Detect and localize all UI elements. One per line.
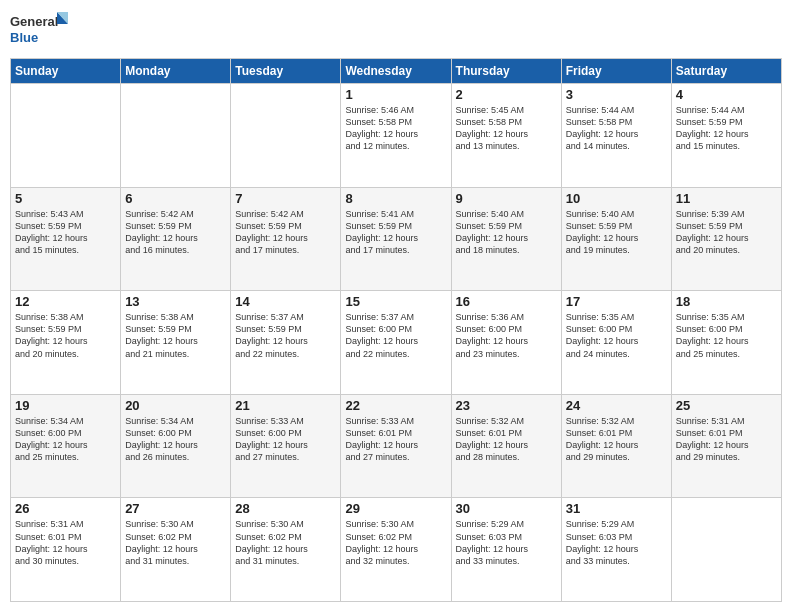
calendar-cell: 2Sunrise: 5:45 AM Sunset: 5:58 PM Daylig… bbox=[451, 84, 561, 188]
day-info: Sunrise: 5:30 AM Sunset: 6:02 PM Dayligh… bbox=[235, 518, 336, 567]
calendar-cell: 6Sunrise: 5:42 AM Sunset: 5:59 PM Daylig… bbox=[121, 187, 231, 291]
weekday-header-wednesday: Wednesday bbox=[341, 59, 451, 84]
calendar-cell bbox=[11, 84, 121, 188]
day-number: 7 bbox=[235, 191, 336, 206]
calendar-cell: 20Sunrise: 5:34 AM Sunset: 6:00 PM Dayli… bbox=[121, 394, 231, 498]
calendar-week-5: 26Sunrise: 5:31 AM Sunset: 6:01 PM Dayli… bbox=[11, 498, 782, 602]
day-info: Sunrise: 5:34 AM Sunset: 6:00 PM Dayligh… bbox=[125, 415, 226, 464]
logo: General Blue bbox=[10, 10, 70, 50]
day-info: Sunrise: 5:45 AM Sunset: 5:58 PM Dayligh… bbox=[456, 104, 557, 153]
day-info: Sunrise: 5:35 AM Sunset: 6:00 PM Dayligh… bbox=[676, 311, 777, 360]
page: General Blue SundayMondayTuesdayWednesda… bbox=[0, 0, 792, 612]
day-info: Sunrise: 5:32 AM Sunset: 6:01 PM Dayligh… bbox=[456, 415, 557, 464]
calendar-table: SundayMondayTuesdayWednesdayThursdayFrid… bbox=[10, 58, 782, 602]
day-number: 14 bbox=[235, 294, 336, 309]
header: General Blue bbox=[10, 10, 782, 50]
day-number: 30 bbox=[456, 501, 557, 516]
day-info: Sunrise: 5:44 AM Sunset: 5:58 PM Dayligh… bbox=[566, 104, 667, 153]
weekday-header-monday: Monday bbox=[121, 59, 231, 84]
weekday-header-friday: Friday bbox=[561, 59, 671, 84]
day-number: 6 bbox=[125, 191, 226, 206]
calendar-cell: 7Sunrise: 5:42 AM Sunset: 5:59 PM Daylig… bbox=[231, 187, 341, 291]
calendar-cell: 9Sunrise: 5:40 AM Sunset: 5:59 PM Daylig… bbox=[451, 187, 561, 291]
day-number: 4 bbox=[676, 87, 777, 102]
calendar-cell: 31Sunrise: 5:29 AM Sunset: 6:03 PM Dayli… bbox=[561, 498, 671, 602]
calendar-week-1: 1Sunrise: 5:46 AM Sunset: 5:58 PM Daylig… bbox=[11, 84, 782, 188]
day-info: Sunrise: 5:42 AM Sunset: 5:59 PM Dayligh… bbox=[125, 208, 226, 257]
day-number: 11 bbox=[676, 191, 777, 206]
day-number: 18 bbox=[676, 294, 777, 309]
day-info: Sunrise: 5:35 AM Sunset: 6:00 PM Dayligh… bbox=[566, 311, 667, 360]
calendar-cell bbox=[231, 84, 341, 188]
calendar-cell: 8Sunrise: 5:41 AM Sunset: 5:59 PM Daylig… bbox=[341, 187, 451, 291]
day-info: Sunrise: 5:44 AM Sunset: 5:59 PM Dayligh… bbox=[676, 104, 777, 153]
day-number: 2 bbox=[456, 87, 557, 102]
calendar-cell: 4Sunrise: 5:44 AM Sunset: 5:59 PM Daylig… bbox=[671, 84, 781, 188]
weekday-header-row: SundayMondayTuesdayWednesdayThursdayFrid… bbox=[11, 59, 782, 84]
day-info: Sunrise: 5:40 AM Sunset: 5:59 PM Dayligh… bbox=[456, 208, 557, 257]
day-number: 31 bbox=[566, 501, 667, 516]
day-number: 16 bbox=[456, 294, 557, 309]
day-info: Sunrise: 5:38 AM Sunset: 5:59 PM Dayligh… bbox=[125, 311, 226, 360]
day-info: Sunrise: 5:33 AM Sunset: 6:01 PM Dayligh… bbox=[345, 415, 446, 464]
calendar-week-3: 12Sunrise: 5:38 AM Sunset: 5:59 PM Dayli… bbox=[11, 291, 782, 395]
day-number: 25 bbox=[676, 398, 777, 413]
calendar-cell: 15Sunrise: 5:37 AM Sunset: 6:00 PM Dayli… bbox=[341, 291, 451, 395]
day-number: 9 bbox=[456, 191, 557, 206]
calendar-cell: 19Sunrise: 5:34 AM Sunset: 6:00 PM Dayli… bbox=[11, 394, 121, 498]
day-number: 27 bbox=[125, 501, 226, 516]
calendar-cell: 26Sunrise: 5:31 AM Sunset: 6:01 PM Dayli… bbox=[11, 498, 121, 602]
calendar-cell: 28Sunrise: 5:30 AM Sunset: 6:02 PM Dayli… bbox=[231, 498, 341, 602]
day-number: 21 bbox=[235, 398, 336, 413]
day-info: Sunrise: 5:39 AM Sunset: 5:59 PM Dayligh… bbox=[676, 208, 777, 257]
day-info: Sunrise: 5:42 AM Sunset: 5:59 PM Dayligh… bbox=[235, 208, 336, 257]
day-number: 1 bbox=[345, 87, 446, 102]
generalblue-logo: General Blue bbox=[10, 10, 70, 50]
calendar-cell: 22Sunrise: 5:33 AM Sunset: 6:01 PM Dayli… bbox=[341, 394, 451, 498]
day-info: Sunrise: 5:31 AM Sunset: 6:01 PM Dayligh… bbox=[676, 415, 777, 464]
calendar-cell bbox=[671, 498, 781, 602]
weekday-header-thursday: Thursday bbox=[451, 59, 561, 84]
day-info: Sunrise: 5:36 AM Sunset: 6:00 PM Dayligh… bbox=[456, 311, 557, 360]
day-number: 22 bbox=[345, 398, 446, 413]
day-info: Sunrise: 5:38 AM Sunset: 5:59 PM Dayligh… bbox=[15, 311, 116, 360]
calendar-cell bbox=[121, 84, 231, 188]
day-info: Sunrise: 5:30 AM Sunset: 6:02 PM Dayligh… bbox=[345, 518, 446, 567]
calendar-cell: 11Sunrise: 5:39 AM Sunset: 5:59 PM Dayli… bbox=[671, 187, 781, 291]
day-number: 5 bbox=[15, 191, 116, 206]
day-number: 13 bbox=[125, 294, 226, 309]
day-number: 17 bbox=[566, 294, 667, 309]
calendar-cell: 16Sunrise: 5:36 AM Sunset: 6:00 PM Dayli… bbox=[451, 291, 561, 395]
day-number: 23 bbox=[456, 398, 557, 413]
calendar-cell: 17Sunrise: 5:35 AM Sunset: 6:00 PM Dayli… bbox=[561, 291, 671, 395]
calendar-cell: 30Sunrise: 5:29 AM Sunset: 6:03 PM Dayli… bbox=[451, 498, 561, 602]
calendar-cell: 5Sunrise: 5:43 AM Sunset: 5:59 PM Daylig… bbox=[11, 187, 121, 291]
weekday-header-saturday: Saturday bbox=[671, 59, 781, 84]
calendar-cell: 10Sunrise: 5:40 AM Sunset: 5:59 PM Dayli… bbox=[561, 187, 671, 291]
day-number: 28 bbox=[235, 501, 336, 516]
calendar-cell: 3Sunrise: 5:44 AM Sunset: 5:58 PM Daylig… bbox=[561, 84, 671, 188]
calendar-cell: 24Sunrise: 5:32 AM Sunset: 6:01 PM Dayli… bbox=[561, 394, 671, 498]
calendar-cell: 23Sunrise: 5:32 AM Sunset: 6:01 PM Dayli… bbox=[451, 394, 561, 498]
day-number: 8 bbox=[345, 191, 446, 206]
day-info: Sunrise: 5:29 AM Sunset: 6:03 PM Dayligh… bbox=[456, 518, 557, 567]
day-number: 12 bbox=[15, 294, 116, 309]
day-number: 26 bbox=[15, 501, 116, 516]
day-info: Sunrise: 5:31 AM Sunset: 6:01 PM Dayligh… bbox=[15, 518, 116, 567]
day-info: Sunrise: 5:37 AM Sunset: 6:00 PM Dayligh… bbox=[345, 311, 446, 360]
calendar-cell: 12Sunrise: 5:38 AM Sunset: 5:59 PM Dayli… bbox=[11, 291, 121, 395]
svg-text:Blue: Blue bbox=[10, 30, 38, 45]
calendar-cell: 1Sunrise: 5:46 AM Sunset: 5:58 PM Daylig… bbox=[341, 84, 451, 188]
calendar-cell: 18Sunrise: 5:35 AM Sunset: 6:00 PM Dayli… bbox=[671, 291, 781, 395]
day-info: Sunrise: 5:34 AM Sunset: 6:00 PM Dayligh… bbox=[15, 415, 116, 464]
weekday-header-tuesday: Tuesday bbox=[231, 59, 341, 84]
day-info: Sunrise: 5:33 AM Sunset: 6:00 PM Dayligh… bbox=[235, 415, 336, 464]
day-number: 15 bbox=[345, 294, 446, 309]
day-info: Sunrise: 5:29 AM Sunset: 6:03 PM Dayligh… bbox=[566, 518, 667, 567]
calendar-week-4: 19Sunrise: 5:34 AM Sunset: 6:00 PM Dayli… bbox=[11, 394, 782, 498]
day-number: 20 bbox=[125, 398, 226, 413]
calendar-cell: 27Sunrise: 5:30 AM Sunset: 6:02 PM Dayli… bbox=[121, 498, 231, 602]
day-info: Sunrise: 5:40 AM Sunset: 5:59 PM Dayligh… bbox=[566, 208, 667, 257]
day-info: Sunrise: 5:30 AM Sunset: 6:02 PM Dayligh… bbox=[125, 518, 226, 567]
day-number: 19 bbox=[15, 398, 116, 413]
